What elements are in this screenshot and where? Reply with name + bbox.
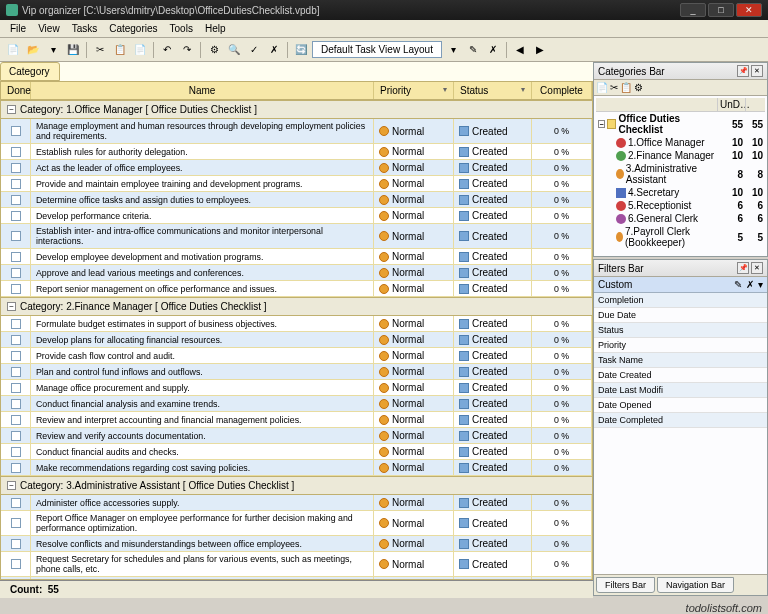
task-row[interactable]: Review and verify accounts documentation… xyxy=(1,428,592,444)
task-row[interactable]: Request Secretary for schedules and plan… xyxy=(1,552,592,577)
nav-button[interactable]: ▶ xyxy=(531,41,549,59)
panel-close-icon[interactable]: ✕ xyxy=(751,262,763,274)
done-checkbox[interactable] xyxy=(11,447,21,457)
task-row[interactable]: Report senior management on office perfo… xyxy=(1,281,592,297)
filter-item[interactable]: Date Opened xyxy=(594,398,767,413)
filter-tool-icon[interactable]: ✎ xyxy=(734,279,742,290)
menu-tasks[interactable]: Tasks xyxy=(66,21,104,36)
paste-button[interactable]: 📄 xyxy=(131,41,149,59)
task-row[interactable]: Report Office Manager on employee perfor… xyxy=(1,511,592,536)
category-item[interactable]: 2.Finance Manager1010 xyxy=(596,149,765,162)
task-row[interactable]: Manage office procurement and supply.Nor… xyxy=(1,380,592,396)
done-checkbox[interactable] xyxy=(11,147,21,157)
bottom-tab[interactable]: Filters Bar xyxy=(596,577,655,593)
done-checkbox[interactable] xyxy=(11,518,21,528)
done-checkbox[interactable] xyxy=(11,498,21,508)
task-row[interactable]: Plan and control fund inflows and outflo… xyxy=(1,364,592,380)
done-checkbox[interactable] xyxy=(11,126,21,136)
done-checkbox[interactable] xyxy=(11,383,21,393)
filter-tool-icon[interactable]: ✗ xyxy=(746,279,754,290)
done-checkbox[interactable] xyxy=(11,463,21,473)
close-button[interactable]: ✕ xyxy=(736,3,762,17)
menu-tools[interactable]: Tools xyxy=(164,21,199,36)
task-row[interactable]: Develop employee development and motivat… xyxy=(1,249,592,265)
panel-pin-icon[interactable]: 📌 xyxy=(737,65,749,77)
done-checkbox[interactable] xyxy=(11,284,21,294)
task-row[interactable]: Provide cash flow control and audit.Norm… xyxy=(1,348,592,364)
done-checkbox[interactable] xyxy=(11,351,21,361)
col-name[interactable]: Name xyxy=(31,82,374,99)
refresh-button[interactable]: 🔄 xyxy=(292,41,310,59)
done-checkbox[interactable] xyxy=(11,319,21,329)
redo-button[interactable]: ↷ xyxy=(178,41,196,59)
filter-item[interactable]: Date Created xyxy=(594,368,767,383)
tool-button[interactable]: ✓ xyxy=(245,41,263,59)
minimize-button[interactable]: _ xyxy=(680,3,706,17)
task-row[interactable]: Approve and lead various meetings and co… xyxy=(1,265,592,281)
category-item[interactable]: 7.Payroll Clerk (Bookkeeper)55 xyxy=(596,225,765,249)
task-row[interactable]: Conduct financial audits and checks.Norm… xyxy=(1,444,592,460)
task-row[interactable]: Act as the leader of office employees.No… xyxy=(1,160,592,176)
task-row[interactable]: Establish rules for authority delegation… xyxy=(1,144,592,160)
layout-selector[interactable]: Default Task View Layout xyxy=(312,41,442,58)
custom-filter-label[interactable]: Custom xyxy=(598,279,632,290)
done-checkbox[interactable] xyxy=(11,431,21,441)
nav-button[interactable]: ◀ xyxy=(511,41,529,59)
expand-icon[interactable]: − xyxy=(7,105,16,114)
col-complete[interactable]: Complete xyxy=(532,82,592,99)
task-row[interactable]: Manage employment and human resources th… xyxy=(1,119,592,144)
col-priority[interactable]: Priority▾ xyxy=(374,82,454,99)
done-checkbox[interactable] xyxy=(11,195,21,205)
task-row[interactable]: Make recommendations regarding cost savi… xyxy=(1,460,592,476)
bottom-tab[interactable]: Navigation Bar xyxy=(657,577,734,593)
col-done[interactable]: Done xyxy=(1,82,31,99)
dropdown-icon[interactable]: ▾ xyxy=(444,41,462,59)
filter-icon[interactable]: ▾ xyxy=(521,85,525,94)
task-row[interactable]: Resolve conflicts and misunderstandings … xyxy=(1,536,592,552)
tool-button[interactable]: ⚙ xyxy=(205,41,223,59)
new-button[interactable]: 📄 xyxy=(4,41,22,59)
col-status[interactable]: Status▾ xyxy=(454,82,532,99)
done-checkbox[interactable] xyxy=(11,415,21,425)
expand-icon[interactable]: − xyxy=(7,481,16,490)
done-checkbox[interactable] xyxy=(11,399,21,409)
tool-button[interactable]: 📋 xyxy=(620,82,632,93)
filter-item[interactable]: Date Last Modifi xyxy=(594,383,767,398)
done-checkbox[interactable] xyxy=(11,211,21,221)
filter-item[interactable]: Status xyxy=(594,323,767,338)
filter-item[interactable]: Priority xyxy=(594,338,767,353)
done-checkbox[interactable] xyxy=(11,179,21,189)
tool-button[interactable]: ✎ xyxy=(464,41,482,59)
done-checkbox[interactable] xyxy=(11,367,21,377)
category-item[interactable]: 1.Office Manager1010 xyxy=(596,136,765,149)
task-row[interactable]: Review and interpret accounting and fina… xyxy=(1,412,592,428)
done-checkbox[interactable] xyxy=(11,539,21,549)
expand-icon[interactable]: − xyxy=(598,120,605,128)
group-header[interactable]: −Category: 1.Office Manager [ Office Dut… xyxy=(1,100,592,119)
tool-button[interactable]: ✂ xyxy=(610,82,618,93)
done-checkbox[interactable] xyxy=(11,231,21,241)
task-row[interactable]: Determine office tasks and assign duties… xyxy=(1,192,592,208)
cut-button[interactable]: ✂ xyxy=(91,41,109,59)
filter-item[interactable]: Task Name xyxy=(594,353,767,368)
category-item[interactable]: 3.Administrative Assistant88 xyxy=(596,162,765,186)
copy-button[interactable]: 📋 xyxy=(111,41,129,59)
task-row[interactable]: Establish inter- and intra-office commun… xyxy=(1,224,592,249)
category-item[interactable]: 4.Secretary1010 xyxy=(596,186,765,199)
panel-close-icon[interactable]: ✕ xyxy=(751,65,763,77)
menu-categories[interactable]: Categories xyxy=(103,21,163,36)
expand-icon[interactable]: − xyxy=(7,302,16,311)
category-item[interactable]: 5.Receptionist66 xyxy=(596,199,765,212)
menu-help[interactable]: Help xyxy=(199,21,232,36)
task-row[interactable]: Formulate budget estimates in support of… xyxy=(1,316,592,332)
filter-icon[interactable]: ▾ xyxy=(443,85,447,94)
category-root[interactable]: −Office Duties Checklist5555 xyxy=(596,112,765,136)
open-button[interactable]: 📂 xyxy=(24,41,42,59)
dropdown-icon[interactable]: ▾ xyxy=(44,41,62,59)
menu-file[interactable]: File xyxy=(4,21,32,36)
undo-button[interactable]: ↶ xyxy=(158,41,176,59)
done-checkbox[interactable] xyxy=(11,252,21,262)
task-row[interactable]: Provide and maintain employee training a… xyxy=(1,176,592,192)
category-tab[interactable]: Category xyxy=(0,62,60,81)
filter-item[interactable]: Completion xyxy=(594,293,767,308)
